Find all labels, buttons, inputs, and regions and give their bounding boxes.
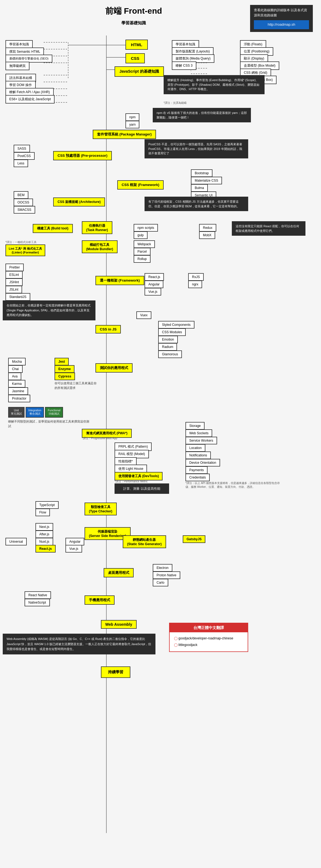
pwa-api-note: *譯注：以上 API 雖然版本支援稍有，但是越來越多，詳細信息在各類型包含存儲、… — [185, 481, 284, 489]
node-bootstrap: Bootstrap — [191, 169, 212, 177]
node-bulma: Bulma — [191, 184, 208, 192]
node-location: Location — [185, 444, 205, 452]
node-rollup: Rollup — [134, 255, 150, 263]
node-css-in-js: CSS in JS — [96, 325, 121, 334]
node-device-orientation: Device Orientation — [185, 459, 220, 466]
page-title: 前端 Front-end — [82, 5, 185, 17]
node-understand-css3: 瞭解 CSS 3 — [172, 61, 197, 70]
info-box-link[interactable]: http://roadmap.sh — [254, 20, 309, 29]
test-types-note: 瞭解不同類型的測試，並學習如何使用前述工具來撰寫這些測試 — [8, 419, 90, 428]
node-gatsbyjs: GatsbyJS — [183, 535, 205, 543]
npm-note: npm 在 v5 版後有了很大的改進，但有些功能還是落後於 yarn；這部聚難點… — [153, 108, 251, 122]
node-angular-ssr: Angular — [66, 538, 84, 546]
node-vuex: Vuex — [136, 311, 151, 319]
node-functional: Functional 功能測試 — [45, 407, 63, 417]
node-postcss: PostCSS — [14, 152, 35, 160]
node-type-checker: 類型檢查工具 (Type Checker) — [84, 502, 117, 516]
node-build-tool: 構建工具 (Build tool) — [33, 224, 73, 233]
node-npm-scripts: npm scripts — [134, 224, 158, 231]
node-carlo: Carlo — [153, 579, 168, 586]
node-proton-native: Proton Native — [153, 571, 180, 579]
node-jasmine: Jasmine — [8, 387, 28, 395]
node-chai: Chai — [8, 365, 23, 373]
hoisting-footnote: *譯注：文譯為範疇 — [164, 101, 186, 105]
node-static-site: 靜態網站產生器 (Static Site Generator) — [123, 535, 166, 548]
node-css-architecture: CSS 架構規範 (Architecture) — [53, 197, 105, 207]
node-emotion: Emotion — [158, 336, 178, 343]
node-react-native: React Native — [25, 591, 51, 599]
node-vuejs: Vue.js — [145, 288, 161, 296]
node-npm: npm — [126, 113, 139, 121]
info-box-text: 查看此路線圖的詳細版本 以及各式資源和其他路線圖 — [254, 8, 309, 18]
node-vuejs-ssr: Vue.js — [66, 545, 82, 553]
node-continuous-learning: 持續學習 — [101, 666, 130, 678]
taiwan-box: 台灣正體中文翻譯 ◯ goodjack/developer-roadmap-ch… — [169, 623, 248, 652]
node-unit: Unit 單元測試 — [8, 407, 25, 417]
node-radium: Radium — [158, 343, 177, 351]
node-framework: 選一種框架 (Framework) — [96, 276, 144, 285]
node-linter: Lint 工具* 與 格式化工具 (Linter) (Formatter) — [5, 244, 45, 256]
node-package-manager: 套件管理系統 (Package Manager) — [93, 130, 156, 139]
node-flow: Flow — [35, 508, 50, 516]
node-nativescript: NativeScript — [25, 599, 50, 606]
node-accessibility: 無障礙網頁 — [5, 62, 30, 70]
node-glamorous: Glamorous — [158, 350, 182, 358]
pwa-footnote: *譯注：Progressive Web App — [82, 436, 117, 440]
node-rxjs: RxJS — [188, 273, 204, 281]
node-task-runner: 任務執行器 (Task Runner) — [82, 221, 112, 234]
node-standardjs: StandardJS — [5, 293, 30, 301]
node-devtools: 使用開發者工具 (DevTools) — [114, 472, 163, 480]
node-cypress: Cypress — [55, 373, 75, 380]
node-mobile: 手機應用程式 — [84, 595, 114, 605]
node-enzyme: Enzyme — [55, 365, 74, 373]
connector-lines — [0, 0, 321, 868]
node-web-assembly: Web Assembly — [101, 620, 137, 629]
node-test-apps: 測試你的應用程式 — [96, 363, 133, 373]
node-credentials: Credentials — [185, 474, 210, 481]
node-styled-components: Styled Components — [158, 321, 194, 329]
node-protractor: Protractor — [8, 395, 30, 402]
node-reactjs: React.js — [145, 273, 164, 281]
node-integration: Integration 整合測試 — [26, 407, 44, 417]
node-module-bundler: 模組打包工具 (Module Bundler) — [82, 240, 117, 253]
node-storage: Storage — [185, 422, 205, 430]
node-mobx: MobX — [199, 231, 215, 239]
node-service-workers: Service Workers — [185, 437, 217, 444]
wasm-note: Web Assembly (或稱為 WASM) 是從高階語言 (如 Go、C、C… — [3, 634, 155, 654]
node-webpack: Webpack — [134, 240, 155, 248]
node-seo: 基礎的搜尋引擎最佳化 (SEO) — [5, 55, 52, 63]
node-css-modules: CSS Modules — [158, 328, 186, 336]
node-reactjs-ssr: React.js — [35, 545, 56, 553]
linter-footnote: *譯注：一種程式分析工具 — [5, 240, 37, 244]
node-universal: Universal — [5, 538, 27, 546]
node-afterjs: After.js — [35, 530, 53, 538]
node-desktop: 桌面應用程式 — [104, 568, 134, 578]
node-jest: Jest — [55, 358, 69, 366]
node-typescript: TypeScript — [35, 501, 59, 509]
info-box: 查看此路線圖的詳細版本 以及各式資源和其他路線圖 http://roadmap.… — [250, 5, 313, 32]
node-js-basics: JavaScript 的基礎知識 — [114, 66, 164, 77]
taiwan-box-line2: ◯ littlegoodjack — [174, 642, 243, 648]
node-redux: Redux — [199, 224, 216, 231]
test-types-container: Unit 單元測試 Integration 整合測試 Functional 功能… — [8, 407, 63, 417]
node-electron: Electron — [153, 564, 172, 572]
state-note: 這些沒有限定只能跟 React 搭配，你可以在任何框架或應用程式中使用它們。 — [232, 221, 306, 236]
node-css-preprocessor: CSS 預處理器 (Pre-processor) — [53, 151, 112, 160]
node-mocha: Mocha — [8, 358, 26, 366]
spa-note: 在你開始之前，你應該要有一定程度的瞭解什麼是單頁應用程式 (Single Pag… — [3, 301, 96, 320]
node-yarn: yarn — [126, 121, 139, 128]
node-prettier: Prettier — [5, 264, 24, 271]
css-arch-note: 有了現代前端框架，CSS 相關的 JS 方法越來越多，你其實不需要這些。但是，你… — [145, 197, 248, 211]
node-angular: Angular — [145, 280, 164, 288]
node-web-sockets: Web Sockets — [185, 429, 212, 437]
perf-footnote: *譯注：Performance Metric — [114, 479, 147, 484]
node-html: HTML — [126, 40, 148, 50]
test-tools-note: 你可以使用這三個工具來滿足你的所有測試需求 — [55, 381, 98, 390]
node-oocss: OOCSS — [14, 198, 33, 206]
node-payments: Payments — [185, 466, 208, 474]
taiwan-box-title: 台灣正體中文翻譯 — [170, 623, 248, 632]
node-sass: SASS — [14, 145, 30, 152]
node-css-framework: CSS 框架 (Framework) — [117, 180, 164, 190]
taiwan-box-line1: ◯ goodjack/developer-roadmap-chinese — [174, 635, 243, 642]
node-gulp: gulp — [134, 231, 147, 239]
